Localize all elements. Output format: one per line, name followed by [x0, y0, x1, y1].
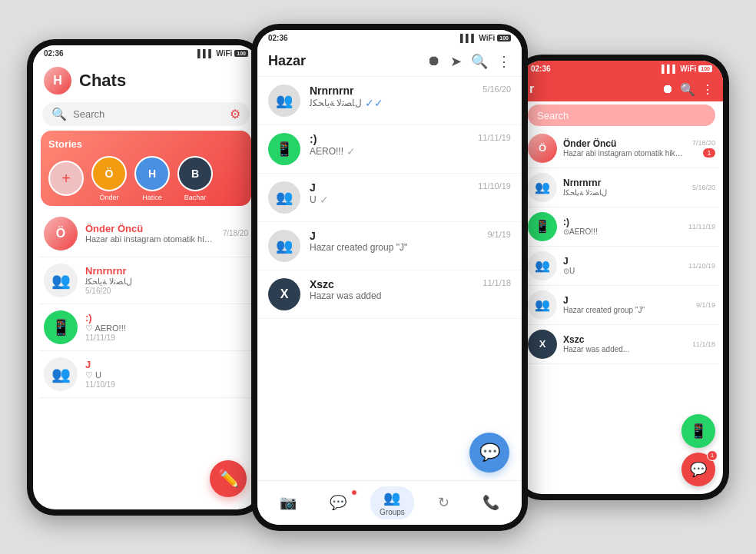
search-input[interactable]	[73, 108, 224, 120]
thread-meta-1: AERO!!! ✓	[310, 145, 511, 158]
search-header-icon[interactable]: 🔍	[471, 53, 488, 70]
stories-row: + Ö Önder H Hatice B Bachar	[48, 156, 244, 201]
right-chat-fab[interactable]: 💬 1	[681, 453, 715, 486]
chat-preview-1: ﻝﺎﺼﺗﻻ ﺔﻳﺎﺤﻜﻟ	[85, 277, 248, 287]
thread-item-3[interactable]: 👥 J 9/1/19 Hazar created group "J"	[257, 222, 522, 270]
story-item-2[interactable]: B Bachar	[177, 156, 213, 201]
nav-camera[interactable]: 📷	[270, 491, 306, 514]
record-icon[interactable]: ⏺	[427, 53, 441, 69]
wifi-icon: WiFi	[216, 49, 232, 58]
scene: 02:36 ▌▌▌ WiFi 100 H Chats 🔍 ⚙ Stories	[0, 0, 756, 554]
right-phone: 02:36 ▌▌▌ WiFi 100 r ⏺ 🔍 ⋮ Search	[514, 55, 729, 500]
signal-icon-r: ▌▌▌	[662, 65, 678, 73]
story-add-circle[interactable]: +	[48, 161, 84, 196]
right-chat-meta-4: 9/1/19	[696, 301, 715, 309]
right-search-text: Search	[537, 110, 569, 121]
right-status-icons: ▌▌▌ WiFi 100	[662, 65, 712, 73]
thread-meta-2: U ✓	[310, 194, 511, 206]
group-icon-1: 👥	[51, 271, 71, 290]
left-user-avatar[interactable]: H	[44, 67, 71, 95]
thread-meta-4: Hazar was added	[310, 290, 511, 301]
thread-name-2: J	[310, 181, 316, 194]
thread-msg-1: AERO!!!	[310, 146, 343, 157]
thread-item-4[interactable]: X Xszc 11/1/18 Hazar was added	[257, 270, 522, 319]
right-chat-item-1[interactable]: 👥 Nrnrnrnr ﻝﺎﺼﺗﻻ ﺔﻳﺎﺤﻜﻟ 5/16/20	[525, 168, 718, 207]
gear-icon[interactable]: ⚙	[230, 107, 240, 121]
wifi-icon-c: WiFi	[479, 34, 495, 42]
center-chat-fab[interactable]: 💬	[469, 433, 509, 473]
chat-name-0: Önder Öncü	[85, 223, 215, 234]
thread-item-1[interactable]: 📱 :) 11/11/19 AERO!!! ✓	[257, 125, 522, 174]
center-status-icons: ▌▌▌ WiFi 100	[460, 34, 511, 42]
story-name-2: Bachar	[184, 194, 207, 201]
battery-badge: 100	[234, 50, 248, 57]
wifi-icon-r: WiFi	[680, 65, 696, 73]
left-time: 02:36	[44, 49, 64, 58]
right-chat-preview-0: Hazar abi instagram otomatik hikaye g...	[563, 149, 686, 158]
right-chat-preview-1: ﻝﺎﺼﺗﻻ ﺔﻳﺎﺤﻜﻟ	[563, 188, 686, 197]
compose-fab[interactable]: ✏️	[210, 460, 247, 497]
thread-item-2[interactable]: 👥 J 11/10/19 U ✓	[257, 174, 522, 222]
right-more-icon[interactable]: ⋮	[701, 82, 714, 97]
chat-item-0[interactable]: Ö Önder Öncü Hazar abi instagram otomati…	[39, 211, 253, 257]
signal-icon: ▌▌▌	[197, 49, 214, 58]
search-bar[interactable]: 🔍 ⚙	[42, 102, 250, 126]
right-search-bar[interactable]: Search	[528, 104, 715, 126]
thread-row-4: Xszc 11/1/18	[310, 278, 511, 290]
right-chat-item-3[interactable]: 👥 J ⊙U 11/10/19	[525, 247, 718, 286]
thread-name-4: Xszc	[310, 278, 334, 290]
right-chat-name-3: J	[563, 256, 682, 267]
group-icon-3: 👥	[51, 365, 71, 383]
single-check-icon-1: ✓	[346, 145, 356, 158]
whatsapp-fab[interactable]: 📱	[681, 414, 715, 448]
right-chat-meta-2: 11/11/19	[688, 223, 715, 231]
right-avatar-1: 👥	[528, 173, 557, 202]
chat-item-2[interactable]: 📱 :) ♡ AERO!!! 11/11/19	[39, 304, 253, 351]
thread-item-0[interactable]: 👥 Nrnrnrnr 5/16/20 ﻝﺎﺼﺗﻻ ﺔﻳﺎﺤﻜﻟ ✓✓	[257, 77, 522, 125]
center-screen: 02:36 ▌▌▌ WiFi 100 Hazar ⏺ ➤ 🔍 ⋮	[257, 30, 522, 525]
thread-body-0: Nrnrnrnr 5/16/20 ﻝﺎﺼﺗﻻ ﺔﻳﺎﺤﻜﻟ ✓✓	[310, 85, 511, 109]
right-chat-item-4[interactable]: 👥 J Hazar created group "J" 9/1/19	[525, 286, 718, 325]
groups-icon: 👥	[383, 489, 400, 506]
nav-phone[interactable]: 📞	[473, 491, 509, 514]
chat-item-1[interactable]: 👥 Nrnrnrnr ﻝﺎﺼﺗﻻ ﺔﻳﺎﺤﻜﻟ 5/16/20	[39, 257, 253, 304]
nav-refresh[interactable]: ↻	[429, 491, 459, 514]
right-search-icon[interactable]: 🔍	[680, 82, 695, 97]
right-chat-item-5[interactable]: X Xszc Hazar was added... 11/1/18	[525, 325, 718, 364]
right-chat-name-1: Nrnrnrnr	[563, 177, 686, 188]
thread-avatar-4: X	[268, 278, 300, 310]
story-item-1[interactable]: H Hatice	[134, 156, 170, 201]
thread-time-2: 11/10/19	[478, 181, 511, 191]
forward-icon[interactable]: ➤	[450, 53, 462, 70]
story-add-item[interactable]: +	[48, 161, 84, 196]
right-chat-name-4: J	[563, 295, 690, 306]
left-status-icons: ▌▌▌ WiFi 100	[197, 49, 248, 58]
story-name-1: Hatice	[142, 194, 162, 201]
thread-meta-0: ﻝﺎﺼﺗﻻ ﺔﻳﺎﺤﻜﻟ ✓✓	[310, 97, 511, 109]
chat-name-2: :)	[85, 312, 248, 323]
more-icon[interactable]: ⋮	[497, 53, 511, 70]
story-item-0[interactable]: Ö Önder	[91, 156, 127, 201]
stories-section: Stories + Ö Önder H Hatice B B	[41, 131, 251, 206]
battery-badge-r: 100	[698, 65, 712, 72]
right-avatar-0: Ö	[528, 134, 557, 163]
right-chat-item-2[interactable]: 📱 :) ⊙AERO!!! 11/11/19	[525, 207, 718, 247]
thread-avatar-0: 👥	[268, 85, 300, 117]
stories-label: Stories	[48, 138, 244, 150]
nav-groups[interactable]: 👥 Groups	[370, 486, 414, 519]
right-screen: 02:36 ▌▌▌ WiFi 100 r ⏺ 🔍 ⋮ Search	[520, 61, 723, 494]
right-chat-item-0[interactable]: Ö Önder Öncü Hazar abi instagram otomati…	[525, 129, 718, 168]
phone-icon: 📞	[482, 494, 499, 511]
left-screen: 02:36 ▌▌▌ WiFi 100 H Chats 🔍 ⚙ Stories	[33, 45, 259, 509]
thread-msg-4: Hazar was added	[310, 290, 381, 301]
right-chat-list: Ö Önder Öncü Hazar abi instagram otomati…	[520, 129, 723, 364]
chat-preview-3: ♡ U	[85, 370, 248, 380]
nav-chats[interactable]: 💬	[320, 491, 356, 514]
right-record-icon[interactable]: ⏺	[662, 82, 674, 96]
chat-time-2: 11/11/19	[85, 333, 248, 342]
thread-row-0: Nrnrnrnr 5/16/20	[310, 85, 511, 97]
chat-info-2: :) ♡ AERO!!! 11/11/19	[85, 312, 248, 342]
right-chat-info-1: Nrnrnrnr ﻝﺎﺼﺗﻻ ﺔﻳﺎﺤﻜﻟ	[563, 177, 686, 197]
chat-item-3[interactable]: 👥 J ♡ U 11/10/19	[39, 351, 253, 398]
thread-msg-0: ﻝﺎﺼﺗﻻ ﺔﻳﺎﺤﻜﻟ	[310, 98, 362, 108]
